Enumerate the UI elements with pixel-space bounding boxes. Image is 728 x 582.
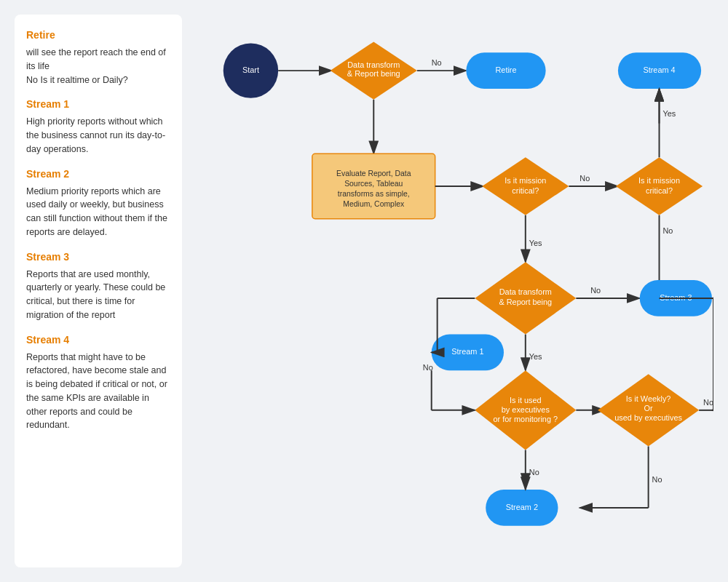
svg-text:or for monitoring ?: or for monitoring ?	[494, 415, 558, 423]
main-container: Retire will see the report reach the end…	[0, 0, 728, 582]
label-yes-stream4: Yes	[662, 109, 676, 118]
legend-stream1-title: Stream 1	[26, 97, 170, 112]
svg-text:transforms as simple,: transforms as simple,	[338, 190, 410, 198]
flowchart-svg: Start Data transform & Report being No R…	[193, 15, 713, 567]
stream4-label: Stream 4	[643, 65, 675, 74]
svg-text:& Report being: & Report being	[499, 298, 552, 306]
legend-stream3-desc: Reports that are used monthly, quarterly…	[26, 268, 170, 322]
label-no-d6-right: No	[703, 398, 713, 407]
label-yes-d4: Yes	[529, 352, 542, 361]
svg-text:by executives: by executives	[502, 405, 550, 414]
label-no-d2-d3: No	[579, 174, 590, 183]
start-label: Start	[242, 65, 259, 74]
svg-text:Is it mission: Is it mission	[505, 176, 546, 185]
svg-text:Data transform: Data transform	[347, 60, 400, 69]
label-no-d3: No	[662, 226, 673, 235]
svg-text:Sources, Tableau: Sources, Tableau	[344, 180, 403, 188]
legend-stream1-desc: High priority reports without which the …	[26, 115, 170, 156]
legend-stream2-desc: Medium priority reports which are used d…	[26, 185, 170, 239]
svg-text:critical?: critical?	[512, 186, 539, 195]
svg-text:used by executives: used by executives	[614, 413, 682, 422]
label-yes-d2: Yes	[529, 239, 542, 247]
legend-stream4-title: Stream 4	[26, 332, 170, 348]
flowchart-area: Start Data transform & Report being No R…	[193, 15, 713, 567]
svg-text:Is it Weekly?: Is it Weekly?	[626, 394, 671, 403]
svg-text:Medium, Complex: Medium, Complex	[343, 200, 405, 208]
legend-retire-title: Retire	[26, 28, 170, 43]
svg-text:Is it mission: Is it mission	[638, 176, 680, 185]
label-no-d4: No	[590, 286, 601, 295]
retire-label: Retire	[495, 65, 516, 74]
label-no-d6-down: No	[652, 475, 662, 484]
svg-text:Or: Or	[644, 404, 653, 412]
label-no-d5: No	[529, 468, 539, 477]
svg-text:critical?: critical?	[646, 186, 673, 195]
svg-text:Is it used: Is it used	[510, 396, 542, 404]
legend-retire-desc: will see the report reach the end of its…	[26, 46, 170, 87]
label-no-retire: No	[432, 58, 442, 67]
stream1-label: Stream 1	[451, 347, 483, 356]
svg-text:& Report being: & Report being	[347, 69, 400, 78]
svg-text:Evaluate Report, Data: Evaluate Report, Data	[336, 170, 411, 178]
legend-stream2-title: Stream 2	[26, 167, 170, 182]
stream2-label: Stream 2	[506, 503, 538, 511]
legend-panel: Retire will see the report reach the end…	[15, 15, 182, 567]
legend-stream4-desc: Reports that might have to be refactored…	[26, 351, 170, 433]
stream3-label: Stream 3	[660, 293, 692, 302]
svg-text:Data transform: Data transform	[499, 287, 552, 296]
legend-stream3-title: Stream 3	[26, 250, 170, 265]
